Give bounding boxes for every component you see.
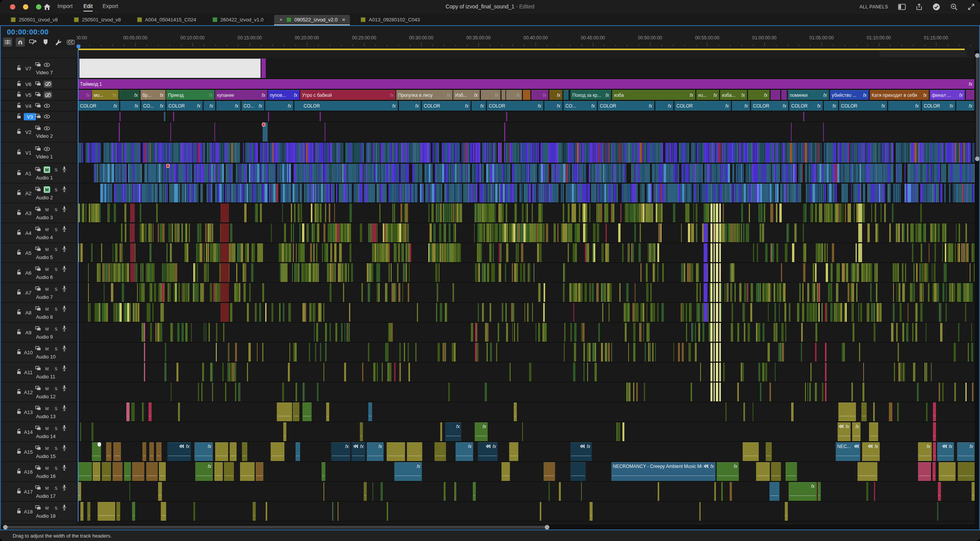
audio-clip[interactable] xyxy=(766,442,772,461)
lock-toggle[interactable] xyxy=(16,388,21,396)
audio-clip[interactable] xyxy=(156,442,162,461)
scene-clip[interactable]: fx xyxy=(506,90,522,100)
color-adjustment-clip[interactable]: COLORfx xyxy=(789,101,823,111)
sync-lock-toggle[interactable] xyxy=(35,81,41,88)
audio-clip[interactable] xyxy=(146,462,158,481)
sync-lock-toggle[interactable] xyxy=(35,465,41,472)
color-adjustment-clip[interactable]: fx xyxy=(824,101,838,111)
scene-clip[interactable]: Катя приходит в себяfx xyxy=(870,90,929,100)
audio-clip[interactable]: fx xyxy=(918,442,932,461)
track-target-V5[interactable]: V5 xyxy=(24,92,33,98)
audio-clip[interactable] xyxy=(302,402,312,421)
mute-button[interactable]: M xyxy=(44,485,50,491)
track-header-A10[interactable]: A10MSAudio 10 xyxy=(0,342,77,362)
color-adjustment-clip[interactable]: COLORfx xyxy=(422,101,471,111)
clip-marker-icon[interactable] xyxy=(166,164,170,168)
sync-lock-toggle[interactable] xyxy=(35,206,41,213)
color-adjustment-clip[interactable]: CO...fx xyxy=(564,101,597,111)
sync-lock-toggle[interactable] xyxy=(35,125,41,132)
solo-button[interactable]: S xyxy=(53,266,59,272)
audio-clip[interactable] xyxy=(514,402,517,421)
voiceover-record-button[interactable] xyxy=(62,206,67,213)
mute-button[interactable]: M xyxy=(44,326,50,332)
lock-toggle[interactable] xyxy=(16,289,21,296)
track-target-A14[interactable]: A14 xyxy=(24,429,33,435)
audio-clip[interactable] xyxy=(933,462,936,481)
audio-clip[interactable]: fx xyxy=(475,422,488,441)
color-adjustment-clip[interactable]: COLORfx xyxy=(922,101,956,111)
sequence-tab-250501_izvod_v8[interactable]: 250501_izvod_v8 xyxy=(5,15,63,24)
audio-clip[interactable] xyxy=(93,462,100,481)
audio-clip[interactable] xyxy=(113,442,121,461)
lock-toggle[interactable] xyxy=(16,189,21,197)
track-header-A13[interactable]: A13MSAudio 13 xyxy=(0,402,77,422)
audio-clip[interactable] xyxy=(933,402,936,421)
captions-button[interactable]: CC xyxy=(66,37,75,47)
solo-button[interactable]: S xyxy=(53,425,59,432)
lock-toggle[interactable] xyxy=(16,349,21,356)
solo-button[interactable]: S xyxy=(53,345,59,352)
mute-button[interactable]: M xyxy=(44,445,50,451)
track-target-A11[interactable]: A11 xyxy=(24,369,33,375)
timeline-content[interactable]: Таймкод 1fxfxмо...fxfxбр...fxПриездfxкуп… xyxy=(77,50,975,525)
track-header-A2[interactable]: A2MSAudio 2 xyxy=(0,183,77,203)
lock-toggle[interactable] xyxy=(16,408,21,416)
sync-lock-toggle[interactable] xyxy=(35,306,41,313)
scene-clip[interactable]: избаfx xyxy=(612,90,696,100)
track-target-V1[interactable]: V1 xyxy=(24,150,33,156)
sync-lock-toggle[interactable] xyxy=(35,345,41,352)
sequence-tab-250501_izvod_v8[interactable]: 250501_izvod_v8 xyxy=(69,15,126,24)
workspace-label[interactable]: ALL PANELS xyxy=(859,4,888,10)
scene-clip[interactable]: финал ...fx xyxy=(930,90,965,100)
track-target-A18[interactable]: A18 xyxy=(24,508,33,514)
audio-clip[interactable]: fx xyxy=(367,442,384,461)
horizontal-scrollbar-thumb[interactable] xyxy=(3,526,549,529)
audio-clip[interactable] xyxy=(434,442,446,461)
audio-clip[interactable] xyxy=(918,462,931,481)
audio-clip[interactable]: fx xyxy=(789,482,816,501)
mute-button[interactable]: M xyxy=(44,266,50,272)
scene-clip[interactable]: fx xyxy=(78,90,92,100)
horizontal-scroll-knob-right[interactable] xyxy=(545,525,549,530)
color-adjustment-clip[interactable]: fx xyxy=(271,101,294,111)
audio-clip[interactable]: NEC... xyxy=(836,442,860,461)
color-adjustment-clip[interactable]: fx xyxy=(472,101,486,111)
audio-clip[interactable] xyxy=(106,442,111,461)
sync-lock-toggle[interactable] xyxy=(35,445,41,452)
lock-toggle[interactable] xyxy=(16,65,21,72)
audio-clip[interactable] xyxy=(938,482,941,501)
timecode-clip[interactable]: Таймкод 1fx xyxy=(78,79,975,89)
scene-clip[interactable] xyxy=(523,90,531,100)
solo-button[interactable]: S xyxy=(53,246,59,253)
track-target-A8[interactable]: A8 xyxy=(24,310,33,315)
audio-clip[interactable] xyxy=(743,442,759,461)
audio-clip[interactable] xyxy=(501,462,510,481)
track-header-A7[interactable]: A7MSAudio 7 xyxy=(0,283,77,303)
color-adjustment-clip[interactable]: COLORfx xyxy=(751,101,789,111)
track-header-A8[interactable]: A8MSAudio 8 xyxy=(0,303,77,323)
sync-lock-toggle[interactable] xyxy=(35,505,41,512)
scene-clip[interactable] xyxy=(771,90,781,100)
track-target-A9[interactable]: A9 xyxy=(24,329,33,335)
color-adjustment-clip[interactable]: fx xyxy=(204,101,216,111)
color-adjustment-clip[interactable]: CO...fx xyxy=(141,101,166,111)
track-header-A15[interactable]: A15MSAudio 15 xyxy=(0,442,77,462)
playhead-line[interactable] xyxy=(78,50,78,521)
color-adjustment-clip[interactable]: fx xyxy=(655,101,674,111)
track-header-A16[interactable]: A16MSAudio 16 xyxy=(0,462,77,482)
audio-clip[interactable] xyxy=(224,462,234,481)
scene-clip[interactable]: fx xyxy=(549,90,563,100)
mute-button[interactable]: M xyxy=(44,425,50,432)
audio-clip[interactable] xyxy=(570,462,586,481)
audio-clip[interactable] xyxy=(132,502,135,521)
audio-clip[interactable]: fx xyxy=(852,422,861,441)
mute-button[interactable]: M xyxy=(44,206,50,213)
track-header-A11[interactable]: A11MSAudio 11 xyxy=(0,362,77,382)
lock-toggle[interactable] xyxy=(16,249,21,256)
voiceover-record-button[interactable] xyxy=(62,445,67,452)
audio-clip[interactable] xyxy=(861,402,867,421)
track-header-A1[interactable]: A1MSAudio 1 xyxy=(0,163,77,183)
scene-clip[interactable]: купаниеfx xyxy=(215,90,268,100)
voiceover-record-button[interactable] xyxy=(62,464,67,472)
mute-button[interactable]: M xyxy=(44,226,50,233)
